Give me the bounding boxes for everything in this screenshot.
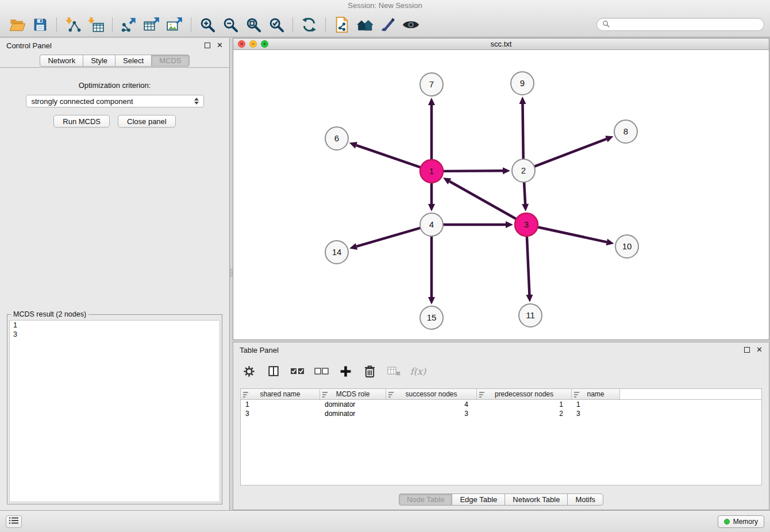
table-cell: 1: [241, 400, 320, 408]
zoom-fit-button[interactable]: [242, 14, 265, 36]
graph-node-14[interactable]: 14: [325, 241, 348, 264]
mcds-result-group: MCDS result (2 nodes) 13: [7, 314, 222, 504]
select-all-icon: [290, 366, 305, 376]
run-mcds-button[interactable]: Run MCDS: [53, 115, 110, 128]
style-button[interactable]: [376, 14, 399, 36]
graph-node-7[interactable]: 7: [420, 73, 443, 96]
add-row-button[interactable]: [338, 364, 353, 379]
show-column-button[interactable]: [265, 364, 281, 379]
unselect-all-button[interactable]: [314, 364, 329, 379]
import-network-button[interactable]: [61, 14, 84, 36]
home-button[interactable]: [353, 14, 376, 36]
save-session-button[interactable]: [29, 14, 52, 36]
export-table-button[interactable]: [140, 14, 163, 36]
edge-4-3[interactable]: [443, 221, 513, 228]
edge-2-9[interactable]: [519, 97, 526, 159]
optimization-criterion-select[interactable]: strongly connected component: [26, 95, 204, 107]
column-header-successor-nodes[interactable]: successor nodes: [386, 389, 477, 399]
close-panel-icon[interactable]: ✕: [217, 43, 223, 48]
tab-network[interactable]: Network: [40, 55, 83, 67]
table-cell: 1: [477, 400, 572, 408]
search-input[interactable]: [613, 21, 759, 29]
toolbar-separator: [56, 17, 57, 32]
tab-node-table[interactable]: Node Table: [399, 494, 453, 506]
graph-node-6[interactable]: 6: [325, 127, 348, 150]
control-panel: Control Panel ✕ Network Style Select MCD…: [0, 38, 230, 510]
edge-3-10[interactable]: [538, 227, 614, 245]
float-table-panel-icon[interactable]: [744, 347, 750, 353]
edge-2-8[interactable]: [534, 136, 614, 167]
table-cell: dominator: [320, 400, 386, 408]
edge-1-6[interactable]: [349, 142, 421, 167]
table-panel: Table Panel ✕ f(x) shared nameMCDS roles…: [233, 342, 769, 510]
control-panel-title: Control Panel: [6, 41, 52, 50]
status-menu-button[interactable]: [6, 515, 22, 528]
mcds-result-list[interactable]: 13: [9, 320, 220, 502]
tab-motifs[interactable]: Motifs: [567, 494, 603, 506]
graph-node-11[interactable]: 11: [519, 304, 542, 327]
graph-node-3[interactable]: 3: [515, 213, 538, 236]
graph-node-8[interactable]: 8: [614, 120, 637, 143]
tab-select[interactable]: Select: [115, 55, 152, 67]
graph-node-9[interactable]: 9: [511, 72, 534, 95]
zoom-window-button[interactable]: +: [261, 40, 268, 48]
close-window-button[interactable]: ×: [238, 40, 245, 48]
status-bar: Memory: [0, 510, 770, 532]
apply-layout-button[interactable]: [298, 14, 321, 36]
show-graphics-details-button[interactable]: [399, 14, 422, 36]
tab-mcds[interactable]: MCDS: [151, 55, 189, 67]
edge-3-11[interactable]: [526, 236, 533, 302]
edge-4-14[interactable]: [349, 228, 421, 250]
table-cell: 3: [241, 410, 320, 418]
tab-style[interactable]: Style: [83, 55, 116, 67]
graph-node-15[interactable]: 15: [420, 306, 443, 329]
network-canvas[interactable]: 7968124314101511: [233, 50, 769, 340]
search-box[interactable]: [596, 18, 764, 31]
settings-button[interactable]: [241, 364, 257, 379]
graph-node-1[interactable]: 1: [420, 160, 443, 183]
export-network-button[interactable]: [117, 14, 140, 36]
graph-node-2[interactable]: 2: [512, 159, 535, 182]
delete-row-button[interactable]: [362, 364, 378, 379]
table-row[interactable]: 3dominator323: [241, 409, 761, 418]
new-network-from-selection-button[interactable]: [330, 14, 353, 36]
edge-1-4[interactable]: [428, 183, 435, 211]
table-cell: 3: [386, 410, 477, 418]
table-panel-header: Table Panel ✕: [233, 342, 769, 357]
network-window-title: scc.txt: [233, 40, 769, 48]
memory-button[interactable]: Memory: [718, 515, 764, 528]
import-table-button[interactable]: [84, 14, 107, 36]
open-session-button[interactable]: [6, 14, 29, 36]
column-header-shared-name[interactable]: shared name: [241, 389, 320, 399]
tab-network-table[interactable]: Network Table: [505, 494, 568, 506]
zoom-out-button[interactable]: [219, 14, 242, 36]
float-panel-icon[interactable]: [205, 43, 210, 48]
select-all-button[interactable]: [290, 364, 305, 379]
apply-layout-icon: [301, 17, 317, 33]
graph-node-10[interactable]: 10: [615, 235, 638, 258]
tab-edge-table[interactable]: Edge Table: [452, 494, 505, 506]
svg-text:9: 9: [520, 78, 525, 88]
table-panel-title: Table Panel: [240, 346, 279, 354]
show-column-icon: [268, 365, 279, 377]
minimize-window-button[interactable]: −: [249, 40, 257, 48]
zoom-in-button[interactable]: [196, 14, 219, 36]
column-header-predecessor-nodes[interactable]: predecessor nodes: [477, 389, 572, 399]
edge-1-7[interactable]: [428, 98, 435, 160]
table-row[interactable]: 1dominator411: [241, 400, 761, 409]
svg-text:6: 6: [334, 133, 339, 143]
zoom-selected-button[interactable]: [265, 14, 288, 36]
mcds-result-item: 3: [10, 330, 220, 339]
close-table-panel-icon[interactable]: ✕: [756, 347, 763, 353]
close-panel-button[interactable]: Close panel: [118, 115, 176, 128]
edge-4-15[interactable]: [428, 236, 435, 304]
graph-node-4[interactable]: 4: [420, 213, 443, 236]
edge-3-1[interactable]: [443, 178, 517, 219]
edge-2-3[interactable]: [522, 182, 529, 211]
column-header-name[interactable]: name: [572, 389, 620, 399]
column-header-mcds-role[interactable]: MCDS role: [320, 389, 386, 399]
edge-1-2[interactable]: [443, 167, 510, 174]
export-image-button[interactable]: [163, 14, 186, 36]
svg-text:2: 2: [521, 165, 526, 175]
dropdown-stepper-icon: [192, 98, 201, 105]
